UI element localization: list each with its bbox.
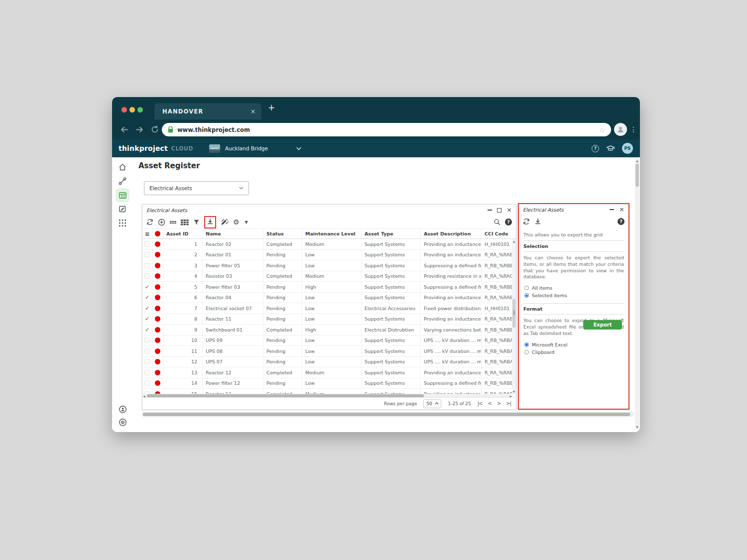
rows-per-page-select[interactable]: 50: [423, 399, 441, 408]
cell-asset-type[interactable]: Support Systems: [362, 389, 421, 394]
table-row[interactable]: 15Reactor 13CompletedMediumSupport Syste…: [142, 389, 516, 394]
cell-asset-description[interactable]: Providing an inductance in a ...: [421, 250, 482, 260]
cell-name[interactable]: Switchboard 01: [203, 325, 263, 335]
help-icon[interactable]: ?: [592, 145, 599, 152]
row-checkbox[interactable]: [142, 239, 152, 249]
cell-status[interactable]: Pending: [263, 293, 302, 303]
sidebar-item-workflows[interactable]: [118, 176, 127, 186]
panel-minimize-icon[interactable]: [488, 210, 492, 211]
cell-asset-description[interactable]: Providing an inductance in a ...: [421, 239, 482, 249]
cell-status[interactable]: Pending: [263, 336, 302, 346]
cell-asset-description[interactable]: Suppressing a defined freque...: [421, 282, 482, 292]
cell-maintenance-level[interactable]: Low: [302, 357, 362, 367]
cell-status[interactable]: Pending: [263, 303, 302, 314]
cell-name[interactable]: Reactor 11: [203, 314, 263, 325]
cell-asset-type[interactable]: Support Systems: [362, 357, 421, 367]
cell-asset-id[interactable]: 8: [163, 314, 203, 325]
radio-circle-icon[interactable]: [524, 293, 529, 298]
cell-asset-id[interactable]: 13: [163, 367, 203, 378]
scroll-down-icon[interactable]: ▼: [512, 390, 516, 393]
forward-icon[interactable]: [135, 125, 144, 134]
cell-status[interactable]: Completed: [263, 239, 302, 249]
search-icon[interactable]: [494, 219, 500, 225]
browser-menu-icon[interactable]: ⋮: [630, 123, 637, 136]
cell-status[interactable]: Pending: [263, 314, 302, 325]
cell-cci-code[interactable]: H_HH0101: [482, 303, 512, 314]
cell-name[interactable]: Reactor 13: [203, 389, 263, 394]
sidebar-item-admin-user[interactable]: [118, 404, 127, 414]
cell-status[interactable]: Pending: [263, 346, 302, 356]
sidebar-item-settings-badge[interactable]: [118, 417, 127, 427]
cell-asset-id[interactable]: 6: [163, 293, 203, 303]
cell-asset-type[interactable]: Support Systems: [362, 314, 421, 325]
cell-asset-type[interactable]: Support Systems: [362, 260, 421, 271]
project-chevron-down-icon[interactable]: [296, 147, 301, 150]
table-view-icon[interactable]: [181, 219, 189, 225]
browser-tab[interactable]: HANDOVER ×: [154, 103, 261, 119]
sidebar-item-forms[interactable]: [118, 204, 127, 214]
filter-icon[interactable]: [193, 219, 200, 225]
cell-cci-code[interactable]: R_RB_%RBA01: [482, 346, 512, 356]
back-icon[interactable]: [120, 125, 128, 134]
cell-maintenance-level[interactable]: Low: [302, 250, 362, 260]
cell-name[interactable]: UPS 08: [203, 346, 263, 356]
table-row[interactable]: ✓9Switchboard 01CompletedHighElectrical …: [142, 325, 516, 336]
sidebar-item-home[interactable]: [118, 162, 127, 172]
panel-close-icon[interactable]: ×: [506, 208, 512, 213]
compact-view-icon[interactable]: [170, 220, 176, 225]
cell-name[interactable]: UPS 07: [203, 357, 263, 367]
cell-cci-code[interactable]: R_RB_%RBB09: [482, 260, 512, 271]
more-tools-caret-icon[interactable]: ▼: [245, 220, 248, 224]
row-checkbox[interactable]: ✓: [142, 325, 152, 335]
table-row[interactable]: 13Reactor 12CompletedMediumSupport Syste…: [142, 367, 516, 378]
row-checkbox[interactable]: [142, 357, 152, 367]
grid-vertical-scrollbar[interactable]: ▲ ▼: [512, 239, 516, 394]
column-header-status[interactable]: Status: [263, 229, 302, 238]
export-refresh-icon[interactable]: [523, 218, 530, 225]
user-avatar[interactable]: PS: [622, 143, 633, 154]
cell-asset-type[interactable]: Electrical Accessories: [362, 303, 421, 314]
cell-name[interactable]: UPS 09: [203, 336, 263, 346]
radio-circle-icon[interactable]: [524, 286, 529, 290]
cell-maintenance-level[interactable]: Medium: [302, 389, 362, 394]
cell-asset-description[interactable]: Providing an inductance in a ...: [421, 314, 482, 325]
cell-asset-type[interactable]: Support Systems: [362, 250, 421, 260]
edit-multiple-icon[interactable]: [221, 219, 229, 225]
cell-maintenance-level[interactable]: High: [302, 282, 362, 292]
cell-asset-type[interactable]: Support Systems: [362, 367, 421, 378]
cell-asset-id[interactable]: 3: [163, 260, 203, 271]
scroll-up-icon[interactable]: ▲: [512, 239, 516, 243]
cell-maintenance-level[interactable]: Low: [302, 378, 362, 389]
table-row[interactable]: 14Power filter 12PendingLowSupport Syste…: [142, 378, 516, 389]
refresh-icon[interactable]: [146, 219, 153, 225]
table-row[interactable]: 4Resistor 03CompletedMediumSupport Syste…: [142, 271, 516, 282]
column-header-asset-description[interactable]: Asset Description: [421, 229, 482, 238]
cell-asset-type[interactable]: Support Systems: [362, 346, 421, 356]
row-checkbox[interactable]: [142, 389, 152, 394]
cell-name[interactable]: Reactor 12: [203, 367, 263, 378]
cell-asset-type[interactable]: Support Systems: [362, 282, 421, 292]
close-window-button[interactable]: [122, 107, 127, 112]
column-header-name[interactable]: Name: [203, 229, 263, 238]
cell-maintenance-level[interactable]: Low: [302, 314, 362, 325]
row-checkbox[interactable]: [142, 367, 152, 378]
cell-status[interactable]: Pending: [263, 282, 302, 292]
cell-asset-id[interactable]: 11: [163, 346, 203, 356]
cell-asset-id[interactable]: 5: [163, 282, 203, 292]
cell-asset-description[interactable]: Providing an inductance in a ...: [421, 389, 482, 394]
cell-maintenance-level[interactable]: Medium: [302, 367, 362, 378]
cell-status[interactable]: Completed: [263, 325, 302, 335]
cell-status[interactable]: Completed: [263, 389, 302, 394]
row-menu-icon[interactable]: ≡: [144, 230, 149, 237]
table-row[interactable]: 12UPS 07PendingLowSupport SystemsUPS ...…: [142, 357, 516, 368]
cell-name[interactable]: Reactor 04: [203, 293, 263, 303]
page-scroll-up-icon[interactable]: ▲: [635, 159, 639, 162]
row-checkbox[interactable]: ✓: [142, 303, 152, 314]
cell-maintenance-level[interactable]: Low: [302, 293, 362, 303]
cell-maintenance-level[interactable]: Medium: [302, 271, 362, 282]
cell-maintenance-level[interactable]: Low: [302, 260, 362, 271]
cell-cci-code[interactable]: R_RA_%RAB02: [482, 367, 512, 378]
first-page-icon[interactable]: |<: [478, 401, 483, 406]
cell-asset-id[interactable]: 1: [163, 239, 203, 249]
cell-asset-description[interactable]: Fixed power distribution: [421, 303, 482, 314]
